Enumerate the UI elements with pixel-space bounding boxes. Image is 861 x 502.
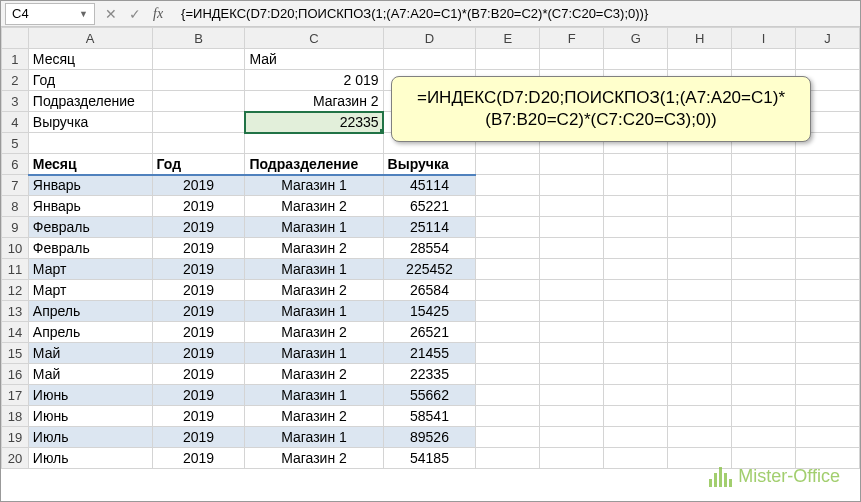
cell-C3[interactable]: Магазин 2: [245, 91, 383, 112]
cell-month[interactable]: Март: [28, 259, 152, 280]
cell-year[interactable]: 2019: [152, 343, 245, 364]
cell-dept[interactable]: Магазин 2: [245, 196, 383, 217]
cell-year[interactable]: 2019: [152, 175, 245, 196]
cell-year[interactable]: 2019: [152, 280, 245, 301]
cell-dept[interactable]: Магазин 2: [245, 238, 383, 259]
cell-month[interactable]: Январь: [28, 196, 152, 217]
name-box[interactable]: C4 ▼: [5, 3, 95, 25]
row-header-14[interactable]: 14: [2, 322, 29, 343]
cell-month[interactable]: Май: [28, 343, 152, 364]
row-header-4[interactable]: 4: [2, 112, 29, 133]
cell-C4-selected[interactable]: 22335: [245, 112, 383, 133]
cell-year[interactable]: 2019: [152, 364, 245, 385]
cell-A1[interactable]: Месяц: [28, 49, 152, 70]
row-header-13[interactable]: 13: [2, 301, 29, 322]
row-header-15[interactable]: 15: [2, 343, 29, 364]
cell-month[interactable]: Июнь: [28, 385, 152, 406]
row-header-19[interactable]: 19: [2, 427, 29, 448]
col-header-E[interactable]: E: [476, 28, 540, 49]
table-header-month[interactable]: Месяц: [28, 154, 152, 175]
cell-year[interactable]: 2019: [152, 406, 245, 427]
fx-icon[interactable]: fx: [153, 6, 163, 22]
cell-year[interactable]: 2019: [152, 238, 245, 259]
cell-D1[interactable]: [383, 49, 476, 70]
row-header-6[interactable]: 6: [2, 154, 29, 175]
col-header-I[interactable]: I: [732, 28, 796, 49]
cell-month[interactable]: Апрель: [28, 322, 152, 343]
cell-dept[interactable]: Магазин 2: [245, 448, 383, 469]
cell-rev[interactable]: 225452: [383, 259, 476, 280]
row-header-3[interactable]: 3: [2, 91, 29, 112]
cell-month[interactable]: Май: [28, 364, 152, 385]
row-header-9[interactable]: 9: [2, 217, 29, 238]
cell-A4[interactable]: Выручка: [28, 112, 152, 133]
col-header-C[interactable]: C: [245, 28, 383, 49]
row-header-17[interactable]: 17: [2, 385, 29, 406]
row-header-11[interactable]: 11: [2, 259, 29, 280]
cancel-icon[interactable]: ✕: [105, 6, 117, 22]
cell-year[interactable]: 2019: [152, 427, 245, 448]
cell-B1[interactable]: [152, 49, 245, 70]
cell-month[interactable]: Январь: [28, 175, 152, 196]
cell-month[interactable]: Июль: [28, 448, 152, 469]
cell-rev[interactable]: 28554: [383, 238, 476, 259]
cell-rev[interactable]: 15425: [383, 301, 476, 322]
cell-dept[interactable]: Магазин 1: [245, 217, 383, 238]
select-all-corner[interactable]: [2, 28, 29, 49]
cell-year[interactable]: 2019: [152, 217, 245, 238]
cell-year[interactable]: 2019: [152, 259, 245, 280]
cell-B3[interactable]: [152, 91, 245, 112]
row-header-5[interactable]: 5: [2, 133, 29, 154]
cell-rev[interactable]: 55662: [383, 385, 476, 406]
cell-month[interactable]: Апрель: [28, 301, 152, 322]
col-header-A[interactable]: A: [28, 28, 152, 49]
row-header-16[interactable]: 16: [2, 364, 29, 385]
cell-year[interactable]: 2019: [152, 448, 245, 469]
cell-month[interactable]: Июнь: [28, 406, 152, 427]
cell-rev[interactable]: 89526: [383, 427, 476, 448]
cell-B2[interactable]: [152, 70, 245, 91]
cell-rev[interactable]: 65221: [383, 196, 476, 217]
table-header-year[interactable]: Год: [152, 154, 245, 175]
col-header-G[interactable]: G: [604, 28, 668, 49]
col-header-H[interactable]: H: [668, 28, 732, 49]
row-header-20[interactable]: 20: [2, 448, 29, 469]
cell-A2[interactable]: Год: [28, 70, 152, 91]
table-header-rev[interactable]: Выручка: [383, 154, 476, 175]
cell-rev[interactable]: 45114: [383, 175, 476, 196]
cell-dept[interactable]: Магазин 1: [245, 385, 383, 406]
cell-year[interactable]: 2019: [152, 196, 245, 217]
row-header-7[interactable]: 7: [2, 175, 29, 196]
cell-year[interactable]: 2019: [152, 322, 245, 343]
col-header-B[interactable]: B: [152, 28, 245, 49]
cell-dept[interactable]: Магазин 1: [245, 343, 383, 364]
cell-rev[interactable]: 26584: [383, 280, 476, 301]
cell-rev[interactable]: 22335: [383, 364, 476, 385]
formula-input[interactable]: {=ИНДЕКС(D7:D20;ПОИСКПОЗ(1;(A7:A20=C1)*(…: [179, 6, 860, 21]
cell-year[interactable]: 2019: [152, 301, 245, 322]
cell-C1[interactable]: Май: [245, 49, 383, 70]
cell-month[interactable]: Март: [28, 280, 152, 301]
cell-month[interactable]: Февраль: [28, 217, 152, 238]
col-header-D[interactable]: D: [383, 28, 476, 49]
row-header-1[interactable]: 1: [2, 49, 29, 70]
cell-dept[interactable]: Магазин 2: [245, 406, 383, 427]
cell-rev[interactable]: 25114: [383, 217, 476, 238]
row-header-8[interactable]: 8: [2, 196, 29, 217]
cell-dept[interactable]: Магазин 2: [245, 322, 383, 343]
cell-month[interactable]: Июль: [28, 427, 152, 448]
row-header-18[interactable]: 18: [2, 406, 29, 427]
cell-rev[interactable]: 54185: [383, 448, 476, 469]
accept-icon[interactable]: ✓: [129, 6, 141, 22]
cell-dept[interactable]: Магазин 1: [245, 259, 383, 280]
col-header-F[interactable]: F: [540, 28, 604, 49]
cell-month[interactable]: Февраль: [28, 238, 152, 259]
table-header-dept[interactable]: Подразделение: [245, 154, 383, 175]
cell-rev[interactable]: 21455: [383, 343, 476, 364]
row-header-2[interactable]: 2: [2, 70, 29, 91]
row-header-12[interactable]: 12: [2, 280, 29, 301]
cell-dept[interactable]: Магазин 2: [245, 280, 383, 301]
chevron-down-icon[interactable]: ▼: [79, 9, 88, 19]
cell-C2[interactable]: 2 019: [245, 70, 383, 91]
cell-dept[interactable]: Магазин 1: [245, 427, 383, 448]
